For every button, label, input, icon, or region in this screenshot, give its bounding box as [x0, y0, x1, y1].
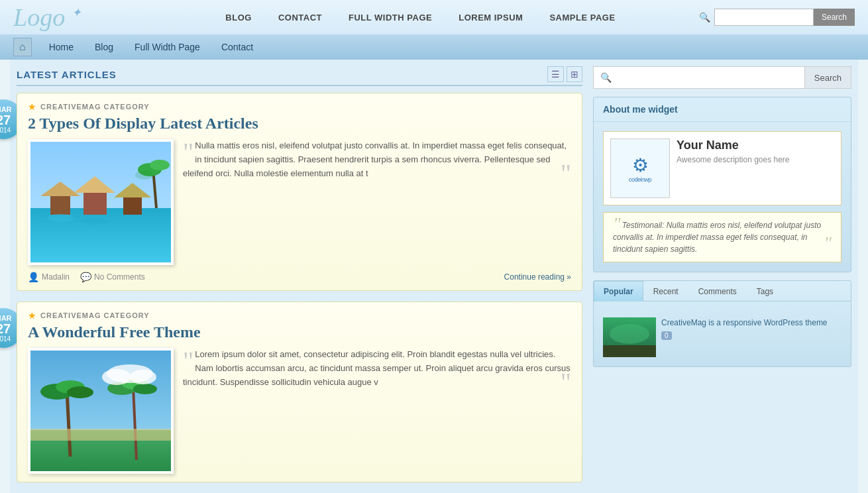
top-search-button[interactable]: Search: [814, 9, 855, 26]
article-1-body: " Nulla mattis eros nisl, eleifend volut…: [28, 139, 571, 265]
article-2-image-wrap: [28, 348, 174, 474]
tab-tags[interactable]: Tags: [747, 281, 783, 301]
quote2-open-icon: ": [183, 355, 193, 368]
nav-full-width-page[interactable]: FULL WIDTH PAGE: [335, 0, 445, 34]
comment-bubble: 0: [661, 331, 672, 340]
top-nav: BLOG CONTACT FULL WIDTH PAGE LOREM IPSUM…: [146, 0, 695, 34]
sec-nav-blog[interactable]: Blog: [84, 34, 124, 60]
section-header: LATEST ARTICLES ☰ ⊞: [17, 66, 582, 86]
article-2-title[interactable]: A Wonderful Free Theme: [28, 323, 571, 341]
sec-nav-home[interactable]: Home: [38, 34, 84, 60]
tab-popular[interactable]: Popular: [594, 281, 643, 301]
svg-rect-4: [83, 192, 107, 215]
logo: Logo ✦: [13, 3, 146, 32]
article-2-category: ★ CREATIVEMAG CATEGORY: [28, 310, 571, 321]
popular-post-title[interactable]: CreativeMag is a responsive WordPress th…: [661, 317, 828, 329]
testimonial-text: Testimonail: Nulla mattis eros nisl, ele…: [613, 221, 821, 254]
article-1-category-label: CREATIVEMAG CATEGORY: [40, 103, 150, 111]
top-search-input[interactable]: [714, 9, 814, 26]
about-widget-title: About me widget: [594, 97, 851, 122]
grid-view-button[interactable]: ⊞: [567, 66, 582, 82]
nav-blog[interactable]: BLOG: [212, 0, 265, 34]
tabs-header: Popular Recent Comments Tags: [594, 281, 851, 301]
view-toggles: ☰ ⊞: [547, 66, 582, 82]
about-description: Awesome description goes here: [677, 155, 790, 164]
sidebar: 🔍 Search About me widget ⚙ codeinwp Your…: [593, 66, 851, 493]
comment-icon: 💬: [80, 272, 91, 282]
svg-rect-6: [123, 196, 142, 215]
article-2-image: [28, 348, 174, 474]
article-1-image: [28, 139, 174, 265]
article-2-category-label: CREATIVEMAG CATEGORY: [40, 311, 150, 319]
author-icon: 👤: [28, 272, 39, 282]
about-avatar: ⚙ codeinwp: [610, 138, 670, 198]
category-star-icon: ★: [28, 101, 36, 112]
svg-point-27: [130, 370, 156, 384]
search-icon-top: 🔍: [695, 12, 714, 23]
article-1-wrapper: Mar 27 2014 ★ CREATIVEMAG CATEGORY 2 Typ…: [17, 93, 582, 291]
header-top: Logo ✦ BLOG CONTACT FULL WIDTH PAGE LORE…: [0, 0, 868, 34]
svg-point-19: [67, 386, 93, 398]
popular-post-1: CreativeMag is a responsive WordPress th…: [603, 317, 841, 357]
logo-area: Logo ✦: [13, 3, 146, 32]
popular-post-thumb: [603, 317, 656, 357]
article-1-image-wrap: [28, 139, 174, 265]
svg-rect-2: [50, 195, 70, 215]
about-info: Your Name Awesome description goes here: [677, 138, 790, 198]
sidebar-search-icon: 🔍: [594, 67, 618, 88]
article-2-wrapper: Mar 27 2014 ★ CREATIVEMAG CATEGORY A Won…: [17, 301, 582, 482]
nav-contact[interactable]: CONTACT: [265, 0, 335, 34]
top-search-form: 🔍 Search: [695, 9, 855, 26]
article-1-comments: 💬 No Comments: [80, 272, 145, 282]
testimonial-box: " Testimonail: Nulla mattis eros nisl, e…: [603, 212, 841, 262]
tab-recent[interactable]: Recent: [643, 281, 688, 301]
article-2-card: ★ CREATIVEMAG CATEGORY A Wonderful Free …: [17, 301, 582, 482]
category-star-2-icon: ★: [28, 310, 36, 321]
list-view-button[interactable]: ☰: [547, 66, 564, 82]
home-button[interactable]: ⌂: [13, 38, 32, 56]
sec-nav-full-width[interactable]: Full Width Page: [124, 34, 211, 60]
article-2-excerpt: " Lorem ipsum dolor sit amet, consectetu…: [183, 348, 571, 474]
about-name: Your Name: [677, 138, 790, 152]
article-1-category: ★ CREATIVEMAG CATEGORY: [28, 101, 571, 112]
sidebar-search-form: 🔍 Search: [593, 66, 851, 89]
svg-point-12: [150, 160, 170, 170]
svg-point-9: [80, 218, 109, 225]
sidebar-search-input[interactable]: [618, 67, 804, 88]
article-1-author: 👤 Madalin: [28, 272, 70, 282]
comments-label: No Comments: [94, 272, 145, 282]
article-1-card: ★ CREATIVEMAG CATEGORY 2 Types Of Displa…: [17, 93, 582, 291]
svg-point-23: [133, 384, 157, 394]
tabs-widget: Popular Recent Comments Tags: [593, 280, 851, 367]
svg-point-26: [102, 369, 131, 385]
article-1-continue[interactable]: Continue reading: [504, 272, 571, 282]
about-card: ⚙ codeinwp Your Name Awesome description…: [603, 131, 841, 205]
article-1-meta: 👤 Madalin 💬 No Comments Continue reading: [28, 272, 571, 282]
sec-nav-contact[interactable]: Contact: [211, 34, 264, 60]
svg-rect-24: [30, 429, 174, 441]
about-widget: About me widget ⚙ codeinwp Your Name Awe…: [593, 97, 851, 272]
svg-point-8: [47, 214, 74, 222]
testimonial-quote-open-icon: ": [613, 219, 621, 229]
about-widget-content: ⚙ codeinwp Your Name Awesome description…: [594, 122, 851, 272]
section-title: LATEST ARTICLES: [17, 69, 117, 80]
sidebar-search-button[interactable]: Search: [804, 67, 851, 88]
tab-comments[interactable]: Comments: [688, 281, 747, 301]
article-1-title[interactable]: 2 Types Of Display Latest Articles: [28, 115, 571, 133]
svg-point-13: [135, 170, 154, 180]
header: Logo ✦ BLOG CONTACT FULL WIDTH PAGE LORE…: [0, 0, 868, 60]
author-name: Madalin: [42, 272, 70, 282]
nav-sample-page[interactable]: SAMPLE PAGE: [536, 0, 628, 34]
main-wrapper: LATEST ARTICLES ☰ ⊞ Mar 27 2014 ★ CREATI…: [10, 60, 858, 493]
tabs-content: CreativeMag is a responsive WordPress th…: [594, 301, 851, 366]
svg-point-29: [610, 324, 649, 344]
popular-post-info: CreativeMag is a responsive WordPress th…: [661, 317, 828, 340]
article-2-body: " Lorem ipsum dolor sit amet, consectetu…: [28, 348, 571, 474]
popular-post-comments: 0: [661, 331, 828, 340]
svg-rect-30: [603, 345, 656, 357]
content-area: LATEST ARTICLES ☰ ⊞ Mar 27 2014 ★ CREATI…: [17, 66, 582, 493]
nav-lorem-ipsum[interactable]: LOREM IPSUM: [445, 0, 536, 34]
quote-open-icon: ": [183, 146, 193, 159]
article-1-excerpt: " Nulla mattis eros nisl, eleifend volut…: [183, 139, 571, 265]
secondary-nav: ⌂ Home Blog Full Width Page Contact: [0, 34, 868, 60]
